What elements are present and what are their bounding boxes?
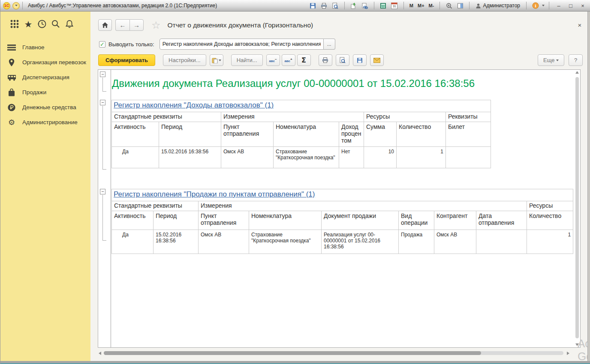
group-header: Ресурсы xyxy=(527,201,573,211)
collapse-section2-box[interactable]: − xyxy=(100,189,105,194)
close-button[interactable]: × xyxy=(578,1,588,10)
more-button[interactable]: Еще xyxy=(538,54,564,66)
find-button[interactable]: Найти... xyxy=(231,54,263,66)
column-header: Контрагент xyxy=(434,211,476,230)
table-row[interactable]: Да 15.02.2016 16:38:56 Омск АВ Страхован… xyxy=(112,230,573,254)
column-header: Активность xyxy=(112,122,159,147)
generate-button[interactable]: Сформировать xyxy=(98,54,155,66)
bus-icon xyxy=(7,73,16,82)
divider xyxy=(526,2,527,9)
current-user[interactable]: Администратор xyxy=(474,3,522,9)
column-header: Номенклатура xyxy=(274,122,339,147)
cell: Реализация услуг 00-00000001 от 15.02.20… xyxy=(322,230,399,254)
filter-more-button[interactable]: ... xyxy=(324,39,335,50)
back-button[interactable]: ← xyxy=(115,19,129,31)
cell: Да xyxy=(112,147,159,168)
memory-m-plus-button[interactable]: M+ xyxy=(416,3,426,9)
sidebar-item-money[interactable]: Денежные средства xyxy=(0,100,90,115)
user-icon xyxy=(476,3,481,9)
column-header: Количество xyxy=(397,122,446,147)
group-tick xyxy=(102,91,106,92)
table-row[interactable]: Да 15.02.2016 16:38:56 Омск АВ Страхован… xyxy=(112,147,491,168)
forward-button[interactable]: → xyxy=(129,19,144,31)
sidebar-item-administration[interactable]: ⚙ Администрирование xyxy=(0,115,90,130)
print-button[interactable] xyxy=(319,54,332,66)
search-icon[interactable] xyxy=(50,18,61,30)
main-menu-button[interactable] xyxy=(12,2,20,9)
history-icon[interactable] xyxy=(36,18,48,30)
calendar-icon[interactable]: 31 xyxy=(390,1,399,10)
print-icon[interactable] xyxy=(319,1,329,10)
sidebar-item-label: Организация перевозок xyxy=(22,59,86,66)
notifications-bell-icon[interactable] xyxy=(64,18,75,30)
sidebar-item-dispatching[interactable]: Диспетчеризация xyxy=(0,70,90,85)
collapse-groups-button[interactable]: авс− xyxy=(266,54,280,66)
window-bottom-border xyxy=(0,361,590,364)
column-header: Пункт отправления xyxy=(199,211,249,230)
register-table-2: Регистр накопления "Продажи по пунктам о… xyxy=(111,189,573,254)
sum-button[interactable]: Σ xyxy=(297,54,311,66)
column-header: Билет xyxy=(446,122,491,147)
show-only-checkbox[interactable]: ✓ xyxy=(99,41,105,48)
grouping-gutter: − − − xyxy=(98,70,111,347)
group-line xyxy=(102,195,103,240)
save-icon[interactable] xyxy=(308,1,318,10)
scroll-left-icon[interactable] xyxy=(99,352,101,355)
print-preview-icon[interactable] xyxy=(331,1,340,10)
group-header: Ресурсы xyxy=(364,112,446,122)
settings-button[interactable]: Настройки... xyxy=(163,54,206,66)
split-view-icon[interactable] xyxy=(455,1,465,10)
get-link-icon[interactable] xyxy=(349,1,358,10)
send-mail-button[interactable] xyxy=(370,54,384,66)
sidebar-item-label: Продажи xyxy=(22,89,46,95)
go-to-link-icon[interactable] xyxy=(360,1,370,10)
sidebar-item-label: Главное xyxy=(22,44,45,51)
group-header: Стандартные реквизиты xyxy=(112,112,221,122)
sidebar-item-transport-organization[interactable]: Организация перевозок xyxy=(0,55,90,70)
favorites-star-icon[interactable]: ★ xyxy=(23,18,34,30)
register-link[interactable]: Регистр накопления "Доходы автовокзалов"… xyxy=(114,101,274,109)
collapse-title-box[interactable]: − xyxy=(100,72,105,77)
cell: Нет xyxy=(339,147,364,168)
save-variant-button[interactable] xyxy=(210,54,223,66)
calculator-icon[interactable] xyxy=(379,1,388,10)
form-close-icon[interactable]: × xyxy=(575,21,584,30)
horizontal-scroll-track[interactable] xyxy=(104,351,563,355)
vertical-scroll-thumb[interactable] xyxy=(575,77,579,338)
help-button[interactable]: ? xyxy=(569,54,583,66)
sidebar: ★ Главное Организация перевозок xyxy=(0,12,90,361)
maximize-button[interactable]: □ xyxy=(566,1,576,10)
column-header: Номенклатура xyxy=(249,211,322,230)
check-icon: ✓ xyxy=(100,41,105,48)
scroll-up-icon[interactable] xyxy=(575,71,579,74)
memory-m-button[interactable]: M xyxy=(408,3,415,9)
back-arrow-icon: ← xyxy=(120,21,126,29)
divider xyxy=(439,2,440,9)
expand-groups-button[interactable]: авс+ xyxy=(282,54,295,66)
memory-m-minus-button[interactable]: M- xyxy=(427,3,436,9)
register-link[interactable]: Регистр накопления "Продажи по пунктам о… xyxy=(114,190,315,198)
info-icon[interactable]: i xyxy=(531,1,540,10)
horizontal-scroll-thumb[interactable] xyxy=(104,351,481,355)
sidebar-item-sales[interactable]: Продажи xyxy=(0,85,90,100)
zoom-icon[interactable] xyxy=(444,1,454,10)
sections-grid-icon[interactable] xyxy=(9,18,20,30)
forward-arrow-icon: → xyxy=(133,21,140,29)
minimize-button[interactable]: – xyxy=(554,1,564,10)
column-header: Период xyxy=(159,122,221,147)
horizontal-scrollbar[interactable] xyxy=(98,350,581,356)
collapse-groups-icon: авс− xyxy=(269,57,277,63)
collapse-section1-box[interactable]: − xyxy=(100,100,105,105)
svg-text:i: i xyxy=(535,3,536,8)
vertical-scrollbar[interactable] xyxy=(574,70,580,347)
favorite-star-icon[interactable]: ☆ xyxy=(151,20,161,30)
cell: 10 xyxy=(364,147,397,168)
filter-input[interactable] xyxy=(160,39,324,50)
sidebar-item-main[interactable]: Главное xyxy=(0,40,90,55)
chevron-down-icon[interactable] xyxy=(542,5,545,6)
home-button[interactable] xyxy=(98,19,112,31)
group-line xyxy=(102,106,103,169)
preview-button[interactable] xyxy=(336,54,349,66)
save-report-button[interactable] xyxy=(353,54,367,66)
scroll-right-icon[interactable] xyxy=(567,352,569,355)
